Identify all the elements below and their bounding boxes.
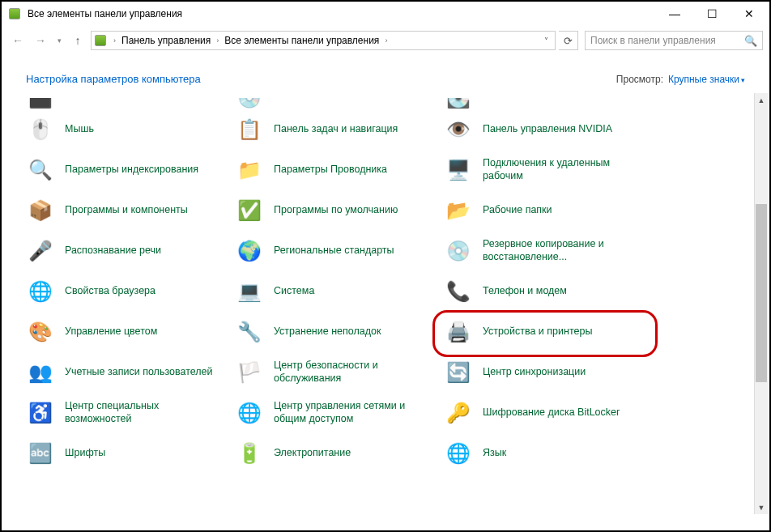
item-label: Система [274,285,314,298]
breadcrumb-seg-2[interactable]: Все элементы панели управления [221,35,382,46]
search-icon: 🔍 [26,155,55,185]
item-icon: 💿 [235,98,264,109]
item-label: Параметры Проводника [274,164,387,177]
control-panel-item-security[interactable]: 🏳️Центр безопасности и обслуживания [235,352,437,393]
control-panel-item-speech[interactable]: 🎤Распознавание речи [26,231,228,271]
control-panel-item-region[interactable]: 🌍Региональные стандарты [235,231,437,271]
item-label: Программы и компоненты [65,204,188,217]
control-panel-item-workfolders[interactable]: 📂Рабочие папки [444,190,646,231]
nvidia-icon: 👁️ [444,115,473,144]
item-label: Шрифты [65,447,105,460]
item-label: Региональные стандарты [274,245,394,257]
control-panel-item-sync[interactable]: 🔄Центр синхронизации [444,352,646,393]
control-panel-item-defaults[interactable]: ✅Программы по умолчанию [235,190,437,231]
control-panel-item-fonts[interactable]: 🔤Шрифты [26,433,228,474]
disc-icon: 💿 [444,236,473,266]
scroll-down-button[interactable]: ▼ [755,500,768,514]
item-label: Подключения к удаленным рабочим [483,157,640,182]
column-1: ⬛ 🖱️Мышь 🔍Параметры индексирования 📦Прог… [26,93,228,474]
forward-button[interactable]: → [31,31,50,50]
control-panel-item[interactable]: 💿 [235,93,437,109]
item-label: Учетные записи пользователей [65,366,213,379]
chevron-right-icon[interactable]: › [382,36,390,45]
toolbar: ← → ▾ ↑ › Панель управления › Все элемен… [2,26,769,55]
back-button[interactable]: ← [8,31,28,50]
font-icon: 🔤 [26,439,55,468]
vertical-scrollbar[interactable]: ▲ ▼ [754,93,768,514]
remote-icon: 🖥️ [444,155,473,185]
item-label: Управление цветом [65,326,157,338]
view-mode-text: Крупные значки [668,74,739,85]
maximize-button[interactable]: ☐ [693,2,731,26]
item-icon: 💽 [444,98,473,109]
item-label: Панель управления NVIDIA [483,123,612,136]
scroll-thumb[interactable] [756,204,767,382]
search-input[interactable]: Поиск в панели управления 🔍 [585,31,763,50]
breadcrumb-dropdown[interactable]: ˅ [539,36,553,45]
item-label: Параметры индексирования [65,164,198,177]
breadcrumb[interactable]: › Панель управления › Все элементы панел… [91,31,556,50]
scroll-track[interactable] [755,107,768,500]
item-label: Устройства и принтеры [483,326,592,338]
item-label: Свойства браузера [65,285,155,298]
item-label: Мышь [65,123,94,136]
control-panel-item-backup[interactable]: 💿Резервное копирование и восстановление.… [444,231,646,271]
control-panel-item-taskbar[interactable]: 📋Панель задач и навигация [235,109,437,150]
window-title: Все элементы панели управления [28,8,656,19]
control-panel-item[interactable]: ⬛ [26,93,228,109]
history-dropdown[interactable]: ▾ [53,36,65,45]
phone-icon: 📞 [444,277,473,306]
control-panel-item-troubleshoot[interactable]: 🔧Устранение неполадок [235,312,437,352]
control-panel-item-bitlocker[interactable]: 🔑Шифрование диска BitLocker [444,393,646,433]
refresh-button[interactable]: ⟳ [559,31,578,50]
flag-icon: 🏳️ [235,358,264,387]
item-label: Распознавание речи [65,245,161,257]
control-panel-item-mouse[interactable]: 🖱️Мышь [26,109,228,150]
view-mode-dropdown[interactable]: Крупные значки▾ [668,74,745,85]
control-panel-item-power[interactable]: 🔋Электропитание [235,433,437,474]
users-icon: 👥 [26,358,55,387]
control-panel-item-remote[interactable]: 🖥️Подключения к удаленным рабочим [444,150,646,190]
scroll-up-button[interactable]: ▲ [755,93,768,107]
control-panel-item-phone[interactable]: 📞Телефон и модем [444,271,646,312]
page-title: Настройка параметров компьютера [26,73,616,85]
minimize-button[interactable]: — [656,2,693,26]
breadcrumb-seg-1[interactable]: Панель управления [118,35,214,46]
item-label: Устранение неполадок [274,326,381,338]
content-area: ⬛ 🖱️Мышь 🔍Параметры индексирования 📦Прог… [2,93,769,514]
control-panel-item-devices-printers[interactable]: 🖨️Устройства и принтеры [444,312,646,352]
globe-icon: 🌍 [235,236,264,266]
control-panel-item-language[interactable]: 🌐Язык [444,433,646,474]
search-placeholder: Поиск в панели управления [590,35,744,46]
item-label: Центр безопасности и обслуживания [274,360,431,385]
control-panel-item-indexing[interactable]: 🔍Параметры индексирования [26,150,228,190]
chevron-down-icon: ▾ [741,76,745,84]
item-label: Панель задач и навигация [274,123,398,136]
column-3: 💽 👁️Панель управления NVIDIA 🖥️Подключен… [444,93,646,474]
control-panel-item-color[interactable]: 🎨Управление цветом [26,312,228,352]
control-panel-item-explorer[interactable]: 📁Параметры Проводника [235,150,437,190]
control-panel-item-network[interactable]: 🌐Центр управления сетями и общим доступо… [235,393,437,433]
control-panel-item[interactable]: 💽 [444,93,646,109]
close-button[interactable]: ✕ [731,2,768,26]
accessibility-icon: ♿ [26,398,55,428]
control-panel-item-users[interactable]: 👥Учетные записи пользователей [26,352,228,393]
package-icon: 📦 [26,196,55,225]
control-panel-item-system[interactable]: 💻Система [235,271,437,312]
control-panel-item-accessibility[interactable]: ♿Центр специальных возможностей [26,393,228,433]
search-icon: 🔍 [744,35,757,47]
printer-icon: 🖨️ [444,317,473,347]
item-label: Электропитание [274,447,351,460]
item-label: Программы по умолчанию [274,204,398,217]
battery-icon: 🔋 [235,439,264,468]
control-panel-item-internet[interactable]: 🌐Свойства браузера [26,271,228,312]
control-panel-item-programs[interactable]: 📦Программы и компоненты [26,190,228,231]
up-button[interactable]: ↑ [68,31,87,50]
chevron-right-icon[interactable]: › [111,36,118,45]
item-icon: ⬛ [26,98,55,109]
item-label: Шифрование диска BitLocker [483,406,620,419]
chevron-right-icon[interactable]: › [214,36,221,45]
network-icon: 🌐 [235,398,264,428]
palette-icon: 🎨 [26,317,55,347]
control-panel-item-nvidia[interactable]: 👁️Панель управления NVIDIA [444,109,646,150]
